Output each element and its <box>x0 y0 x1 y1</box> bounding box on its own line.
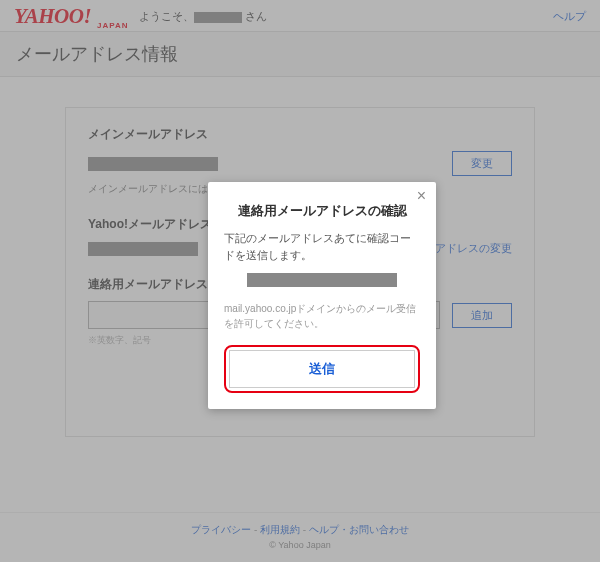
close-icon[interactable]: × <box>417 188 426 204</box>
modal-title: 連絡用メールアドレスの確認 <box>224 202 420 220</box>
modal-note: mail.yahoo.co.jpドメインからのメール受信を許可してください。 <box>224 301 420 331</box>
send-button[interactable]: 送信 <box>229 350 415 388</box>
confirm-modal: × 連絡用メールアドレスの確認 下記のメールアドレスあてに確認コードを送信します… <box>208 182 436 409</box>
send-button-highlight: 送信 <box>224 345 420 393</box>
modal-text: 下記のメールアドレスあてに確認コードを送信します。 <box>224 230 420 263</box>
modal-email-value <box>247 273 397 287</box>
